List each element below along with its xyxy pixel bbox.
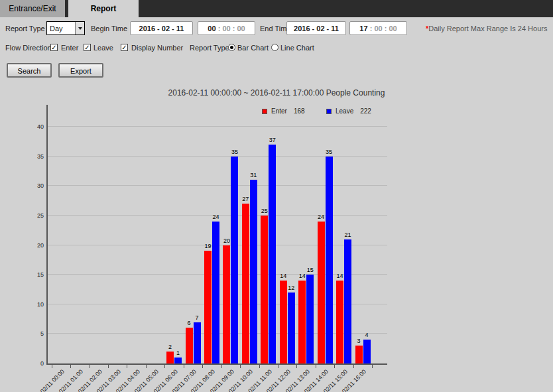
end-date-input[interactable]: 2016 - 02 - 11 <box>286 21 346 35</box>
x-axis-tick <box>70 365 71 368</box>
max-range-note: *Daily Report Max Range Is 24 Hours <box>426 25 547 33</box>
bar-value-label: 31 <box>245 172 261 178</box>
radio-line-chart-label[interactable]: Line Chart <box>280 44 314 52</box>
begin-hour: 00 <box>208 25 215 33</box>
bar-leave-02-11-08-00 <box>212 222 219 363</box>
gridline <box>48 185 387 186</box>
dropdown-arrow-icon[interactable] <box>75 22 84 34</box>
x-axis-tick <box>90 365 90 368</box>
time-colon: : <box>383 25 389 33</box>
begin-date-input[interactable]: 2016 - 02 - 11 <box>130 21 193 35</box>
y-axis-tick-label: 10 <box>27 301 44 308</box>
bar-enter-02-11-10-00 <box>242 204 249 363</box>
begin-second: 00 <box>237 25 245 33</box>
report-type-select[interactable]: Day <box>46 21 85 35</box>
chart-plot-area: 051015202530354002/11 00:0002/11 01:0002… <box>46 105 387 365</box>
checkbox-leave[interactable] <box>84 44 91 51</box>
export-button[interactable]: Export <box>58 63 103 78</box>
x-axis-tick <box>259 365 260 368</box>
bar-value-label: 12 <box>283 285 299 291</box>
checkbox-display-number[interactable] <box>121 44 128 51</box>
radio-bar-chart-label[interactable]: Bar Chart <box>237 44 269 52</box>
x-axis-tick <box>316 365 316 368</box>
y-axis-tick-label: 40 <box>27 123 44 130</box>
begin-time-input[interactable]: 00 : 00 : 00 <box>198 21 255 35</box>
bar-enter-02-11-12-00 <box>280 281 287 363</box>
end-second: 00 <box>389 25 397 33</box>
tab-report[interactable]: Report <box>68 0 139 17</box>
bar-value-label: 14 <box>275 273 291 279</box>
end-hour: 17 <box>359 25 367 33</box>
x-axis-tick <box>164 365 165 368</box>
x-axis-tick <box>353 365 354 368</box>
bar-enter-02-11-11-00 <box>261 216 268 363</box>
bar-enter-02-11-08-00 <box>204 251 212 363</box>
bar-value-label: 21 <box>340 231 356 238</box>
time-colon: : <box>216 25 223 33</box>
end-minute: 00 <box>374 25 382 33</box>
x-axis-tick <box>221 365 222 368</box>
x-axis-tick <box>202 365 203 368</box>
bar-enter-02-11-15-00 <box>336 281 343 363</box>
flow-direction-label: Flow Direction <box>5 44 52 52</box>
bar-value-label: 24 <box>208 214 223 220</box>
y-axis-tick-label: 5 <box>27 330 44 337</box>
checkbox-display-number-label[interactable]: Display Number <box>131 44 183 52</box>
search-button[interactable]: Search <box>7 63 52 78</box>
time-colon: : <box>368 25 375 33</box>
bar-leave-02-11-16-00 <box>363 340 371 363</box>
y-axis-tick-label: 0 <box>27 360 44 367</box>
y-axis-tick-label: 30 <box>27 182 44 189</box>
begin-time-label: Begin Time <box>91 25 127 33</box>
report-type-label: Report Type <box>5 25 45 33</box>
chart-type-label: Report Type <box>190 44 229 52</box>
begin-minute: 00 <box>222 25 230 33</box>
people-counting-report-page: Entrance/Exit Report Report Type Day Beg… <box>0 0 553 392</box>
bar-leave-02-11-13-00 <box>306 275 314 363</box>
top-tab-bar: Entrance/Exit Report <box>0 0 553 17</box>
report-type-selected-value: Day <box>47 25 75 33</box>
x-axis-tick <box>146 365 147 368</box>
time-colon: : <box>231 25 237 33</box>
x-axis-tick <box>184 365 184 368</box>
gridline <box>48 126 387 127</box>
bar-value-label: 1 <box>170 350 186 356</box>
bar-leave-02-11-06-00 <box>174 358 182 363</box>
bar-leave-02-11-11-00 <box>269 145 276 363</box>
max-range-note-text: Daily Report Max Range Is 24 Hours <box>428 25 547 33</box>
y-axis-tick-label: 35 <box>27 153 44 160</box>
checkbox-enter[interactable] <box>50 44 58 51</box>
x-axis-tick <box>334 365 335 368</box>
x-axis-tick <box>372 365 373 368</box>
bar-value-label: 37 <box>265 137 280 143</box>
x-axis-tick <box>52 365 52 368</box>
checkbox-enter-label[interactable]: Enter <box>61 44 78 52</box>
bar-value-label: 15 <box>302 267 318 273</box>
checkbox-leave-label[interactable]: Leave <box>93 44 113 52</box>
bar-enter-02-11-16-00 <box>355 346 363 363</box>
bar-leave-02-11-12-00 <box>288 293 295 363</box>
x-axis-tick <box>278 365 278 368</box>
bar-leave-02-11-07-00 <box>194 322 201 363</box>
bar-value-label: 4 <box>359 332 375 338</box>
x-axis-tick <box>127 365 127 368</box>
bar-leave-02-11-14-00 <box>326 157 333 363</box>
bar-leave-02-11-10-00 <box>250 180 257 363</box>
bar-enter-02-11-14-00 <box>318 222 325 363</box>
bar-leave-02-11-15-00 <box>344 239 351 363</box>
x-axis-tick <box>296 365 297 368</box>
gridline <box>48 156 387 157</box>
bar-value-label: 35 <box>321 149 337 155</box>
end-time-input[interactable]: 17 : 00 : 00 <box>349 21 407 35</box>
bar-value-label: 7 <box>189 314 205 321</box>
chart-title: 2016-02-11 00:00:00 ~ 2016-02-11 17:00:0… <box>0 88 553 98</box>
bar-enter-02-11-13-00 <box>298 281 306 363</box>
y-axis-tick-label: 25 <box>27 212 44 219</box>
tab-entrance-exit[interactable]: Entrance/Exit <box>0 0 65 17</box>
radio-bar-chart[interactable] <box>228 44 235 51</box>
radio-line-chart[interactable] <box>271 44 278 51</box>
x-axis-tick <box>108 365 109 368</box>
bar-enter-02-11-09-00 <box>223 245 230 363</box>
bar-enter-02-11-07-00 <box>186 328 193 363</box>
bar-value-label: 35 <box>227 149 243 155</box>
